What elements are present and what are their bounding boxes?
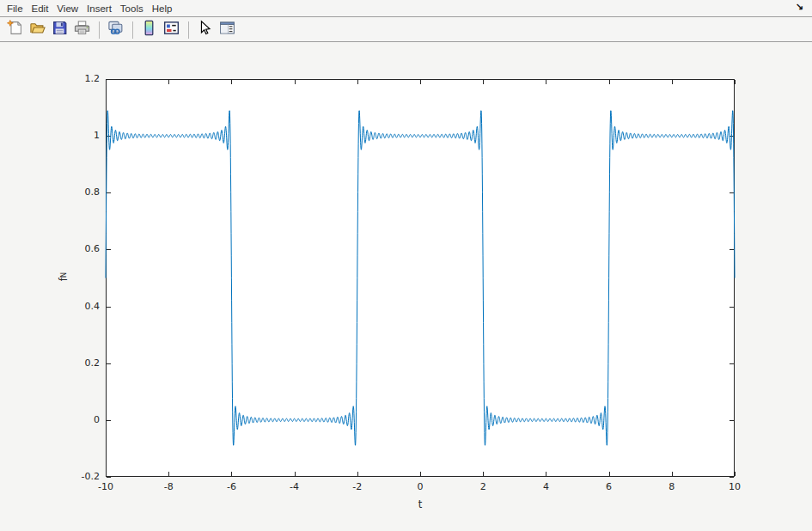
menu-bar: File Edit View Insert Tools Help ↘	[0, 0, 812, 17]
save-icon	[52, 20, 68, 40]
x-tick-label: 8	[650, 481, 693, 493]
y-tick-label: -0.2	[53, 471, 100, 483]
y-tick-label: 1.2	[53, 73, 100, 85]
y-axis-label: fN	[55, 262, 72, 291]
print-icon	[74, 20, 90, 40]
menu-edit[interactable]: Edit	[27, 2, 53, 15]
colorbar-button[interactable]	[138, 20, 159, 40]
x-tick-label: -8	[147, 481, 190, 493]
pointer-icon	[197, 20, 213, 40]
legend-icon	[163, 20, 180, 40]
menu-file[interactable]: File	[3, 2, 27, 15]
save-figure-button[interactable]	[49, 20, 70, 40]
figure-window: File Edit View Insert Tools Help ↘	[0, 0, 812, 531]
pointer-mode-button[interactable]	[194, 20, 215, 40]
y-tick-label: 0.8	[53, 186, 100, 198]
panel-icon	[219, 20, 235, 40]
toolbar-separator	[132, 21, 133, 39]
x-tick-label: 0	[399, 481, 442, 493]
colorbar-icon	[141, 20, 157, 40]
x-tick-label: -2	[336, 481, 379, 493]
new-figure-button[interactable]	[4, 20, 25, 40]
figure-canvas[interactable]: -10-8-6-4-20246810-0.200.20.40.60.811.2 …	[0, 43, 812, 531]
menu-insert[interactable]: Insert	[82, 2, 116, 15]
x-tick-label: -10	[84, 481, 127, 493]
legend-button[interactable]	[161, 20, 181, 40]
y-tick-label: 0.4	[53, 301, 100, 313]
x-tick-label: 2	[461, 481, 504, 493]
link-icon	[107, 20, 124, 40]
x-tick-label: 6	[588, 481, 631, 493]
open-file-button[interactable]	[27, 20, 47, 40]
x-tick-label: 4	[524, 481, 567, 493]
toolbar	[0, 18, 812, 42]
menu-tools[interactable]: Tools	[116, 2, 148, 15]
x-tick-label: -4	[273, 481, 316, 493]
link-button[interactable]	[105, 20, 125, 40]
new-document-icon	[7, 20, 23, 40]
x-axis-label: t	[399, 498, 442, 510]
y-tick-label: 0	[53, 414, 100, 426]
x-tick-label: -6	[210, 481, 253, 493]
print-figure-button[interactable]	[71, 20, 92, 40]
menu-view[interactable]: View	[52, 2, 82, 15]
y-tick-label: 1	[53, 130, 100, 142]
plot-browser-button[interactable]	[217, 20, 237, 40]
y-tick-label: 0.2	[53, 357, 100, 369]
plot-axes[interactable]	[106, 79, 735, 477]
toolbar-separator	[99, 21, 100, 39]
open-folder-icon	[29, 20, 46, 40]
menu-help[interactable]: Help	[148, 2, 177, 15]
y-tick-label: 0.6	[53, 243, 100, 255]
toolbar-separator	[188, 21, 189, 39]
x-tick-label: 10	[713, 481, 756, 493]
menu-overflow-arrow-icon[interactable]: ↘	[796, 1, 803, 12]
